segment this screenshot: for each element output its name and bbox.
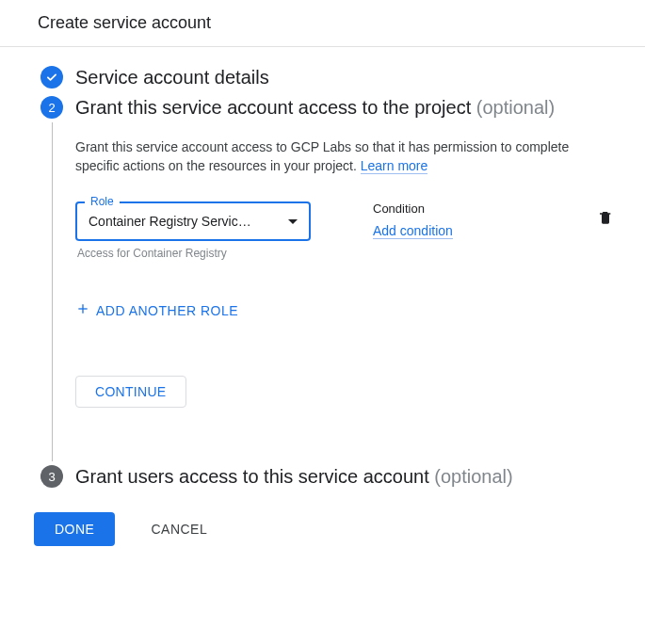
condition-label: Condition	[373, 201, 453, 216]
trash-icon	[598, 209, 613, 226]
step-2-title: Grant this service account access to the…	[75, 94, 622, 121]
step-1-check-icon	[40, 66, 63, 89]
role-value: Container Registry Servic…	[89, 214, 288, 229]
learn-more-link[interactable]: Learn more	[361, 158, 428, 174]
role-field-label: Role	[85, 195, 120, 208]
role-select[interactable]: Role Container Registry Servic…	[75, 201, 311, 241]
done-button[interactable]: DONE	[34, 512, 115, 546]
step-3-title[interactable]: Grant users access to this service accou…	[75, 463, 622, 490]
step-3-badge: 3	[40, 465, 63, 488]
step-2-optional-label: (optional)	[476, 97, 555, 118]
delete-role-button[interactable]	[598, 214, 613, 229]
plus-icon	[75, 301, 90, 319]
continue-button[interactable]: CONTINUE	[75, 376, 186, 408]
chevron-down-icon	[288, 219, 298, 224]
cancel-button[interactable]: CANCEL	[145, 521, 213, 538]
step-2-description: Grant this service account access to GCP…	[75, 137, 612, 175]
role-helper-text: Access for Container Registry	[75, 247, 311, 260]
page-title: Create service account	[0, 0, 645, 47]
add-condition-link[interactable]: Add condition	[373, 223, 453, 239]
step-3-optional-label: (optional)	[434, 466, 512, 487]
add-another-role-button[interactable]: ADD ANOTHER ROLE	[75, 301, 238, 319]
step-1-title[interactable]: Service account details	[75, 64, 622, 90]
step-2-badge: 2	[40, 96, 63, 119]
